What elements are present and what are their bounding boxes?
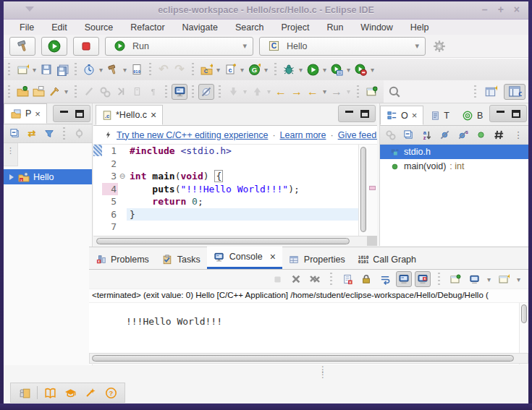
maximize-view-button[interactable] bbox=[72, 107, 87, 120]
hide-static-members-icon[interactable]: s bbox=[455, 127, 470, 143]
close-button[interactable]: × bbox=[514, 4, 520, 15]
remove-launch-icon[interactable] bbox=[288, 271, 304, 287]
toolbar-drag-handle[interactable] bbox=[8, 85, 10, 98]
tutorials-cap-icon[interactable] bbox=[62, 385, 78, 401]
search-icon[interactable] bbox=[384, 84, 405, 100]
close-icon[interactable]: × bbox=[270, 251, 276, 262]
banner-learn-more-link[interactable]: Learn more bbox=[280, 130, 326, 140]
new-make-target-icon[interactable]: G✦ bbox=[246, 61, 262, 77]
view-drag-handle[interactable]: ⋮ bbox=[4, 143, 18, 166]
menu-source[interactable]: Source bbox=[76, 21, 122, 34]
banner-try-link[interactable]: Try the new C/C++ editing experience bbox=[117, 130, 268, 140]
tab-properties[interactable]: Properties bbox=[282, 249, 352, 269]
window-menu-arrow-icon[interactable] bbox=[25, 7, 34, 12]
run-button[interactable] bbox=[41, 37, 67, 56]
back-history-icon[interactable]: ← bbox=[305, 84, 321, 100]
open-resource-icon[interactable] bbox=[30, 84, 46, 100]
menu-help[interactable]: Help bbox=[402, 21, 438, 34]
chevron-down-icon[interactable]: ▾ bbox=[121, 61, 129, 77]
format-brush-icon[interactable] bbox=[46, 84, 62, 100]
menu-file[interactable]: File bbox=[11, 21, 43, 34]
outline-item-stdio[interactable]: stdio.h bbox=[380, 145, 528, 159]
stop-button[interactable] bbox=[73, 37, 99, 56]
chevron-down-icon[interactable]: ▾ bbox=[368, 61, 376, 77]
pin-editor-icon[interactable] bbox=[363, 84, 379, 100]
window-titlebar[interactable]: eclipse-workspace - Hello/src/Hello.c - … bbox=[4, 1, 528, 20]
console-horizontal-scrollbar[interactable] bbox=[89, 353, 528, 364]
close-icon[interactable]: × bbox=[35, 108, 41, 119]
debug-bug-icon[interactable] bbox=[281, 61, 297, 77]
tab-call-graph[interactable]: 1010 0101 Call Graph bbox=[352, 250, 423, 269]
project-tree-item-hello[interactable]: x Hello bbox=[4, 169, 92, 184]
chevron-down-icon[interactable]: ▾ bbox=[97, 61, 105, 77]
new-wizard-icon[interactable]: ✦ bbox=[14, 61, 30, 77]
launch-settings-gear-icon[interactable] bbox=[431, 38, 447, 54]
run-history-icon[interactable] bbox=[329, 61, 345, 77]
minimize-view-button[interactable] bbox=[342, 107, 356, 120]
chevron-down-icon[interactable]: ▾ bbox=[62, 84, 70, 100]
tab-console[interactable]: Console × bbox=[207, 247, 282, 269]
pin-console-icon[interactable] bbox=[447, 271, 463, 287]
chevron-down-icon[interactable]: ▾ bbox=[345, 61, 352, 77]
menu-project[interactable]: Project bbox=[273, 21, 318, 34]
build-hammer-icon[interactable] bbox=[105, 61, 121, 77]
save-all-icon[interactable] bbox=[54, 61, 70, 77]
editor-horizontal-scrollbar[interactable] bbox=[93, 236, 377, 246]
editor-overview-ruler[interactable] bbox=[368, 145, 377, 236]
expander-icon[interactable] bbox=[9, 174, 14, 180]
outline-item-main[interactable]: main(void) : int bbox=[380, 159, 528, 174]
code-lines[interactable]: 1#include <stdio.h>23⊖int main(void) {4 … bbox=[93, 145, 358, 236]
chevron-down-icon[interactable]: ▾ bbox=[321, 61, 329, 77]
close-icon[interactable]: × bbox=[151, 109, 156, 121]
toggle-mark-occurrences-icon[interactable] bbox=[198, 84, 214, 100]
open-console-icon[interactable]: ✦ bbox=[496, 271, 512, 287]
open-perspective-icon[interactable]: ✦ bbox=[481, 84, 501, 100]
console-view-icon[interactable] bbox=[172, 84, 187, 100]
tab-problems[interactable]: x Problems bbox=[89, 249, 156, 269]
view-menu-icon[interactable]: ⋮ bbox=[510, 127, 526, 143]
collapse-all-icon[interactable] bbox=[400, 127, 416, 143]
show-on-stdout-icon[interactable] bbox=[396, 271, 412, 287]
diff-annotation-marker[interactable] bbox=[369, 186, 376, 190]
minimize-view-button[interactable] bbox=[56, 107, 71, 120]
c-cpp-perspective-icon[interactable]: C bbox=[504, 84, 525, 100]
tab-project-explorer[interactable]: P × bbox=[4, 103, 47, 124]
new-c-project-icon[interactable]: C✦ bbox=[198, 61, 214, 77]
clear-console-icon[interactable]: x bbox=[339, 271, 355, 287]
build-button[interactable] bbox=[9, 37, 35, 56]
chevron-down-icon[interactable]: ▾ bbox=[214, 61, 222, 77]
remove-all-terminated-icon[interactable] bbox=[307, 271, 323, 287]
menu-window[interactable]: Window bbox=[352, 21, 401, 34]
sort-icon[interactable]: az bbox=[418, 127, 434, 143]
maximize-view-button[interactable] bbox=[509, 107, 523, 120]
tab-hello-c[interactable]: .c *Hello.c × bbox=[96, 105, 163, 125]
tab-task-list[interactable]: T bbox=[423, 106, 456, 125]
binary-file-icon[interactable]: 010 bbox=[129, 61, 145, 77]
tab-outline[interactable]: O × bbox=[380, 106, 423, 125]
profile-stopwatch-icon[interactable] bbox=[81, 61, 97, 77]
chevron-down-icon[interactable]: ▾ bbox=[238, 61, 246, 77]
menu-run[interactable]: Run bbox=[318, 21, 352, 34]
chevron-down-icon[interactable]: ▾ bbox=[262, 61, 270, 77]
tab-tasks[interactable]: Tasks bbox=[156, 249, 207, 269]
save-icon[interactable] bbox=[38, 61, 54, 77]
maximize-view-button[interactable] bbox=[358, 107, 372, 120]
collapse-all-icon[interactable] bbox=[7, 126, 22, 142]
banner-feedback-link[interactable]: Give feedback bbox=[338, 130, 377, 140]
last-edit-location-icon[interactable]: ← bbox=[273, 84, 289, 100]
minimize-button[interactable]: – bbox=[482, 4, 488, 15]
help-icon[interactable]: ? bbox=[103, 385, 119, 401]
whats-new-wand-icon[interactable] bbox=[83, 385, 98, 401]
launch-mode-combo[interactable]: Run ▾ bbox=[105, 37, 253, 56]
menu-edit[interactable]: Edit bbox=[43, 21, 76, 34]
hide-fields-icon[interactable] bbox=[436, 127, 452, 143]
menu-refactor[interactable]: Refactor bbox=[122, 21, 173, 34]
new-c-file-icon[interactable]: c✦ bbox=[222, 61, 238, 77]
open-element-icon[interactable] bbox=[14, 84, 30, 100]
chevron-down-icon[interactable]: ▾ bbox=[297, 61, 305, 77]
filter-icon[interactable] bbox=[41, 126, 57, 142]
chevron-down-icon[interactable]: ▾ bbox=[485, 271, 493, 287]
next-edit-location-icon[interactable]: → bbox=[289, 84, 305, 100]
maximize-button[interactable]: + bbox=[498, 4, 504, 15]
word-wrap-icon[interactable] bbox=[377, 271, 393, 287]
